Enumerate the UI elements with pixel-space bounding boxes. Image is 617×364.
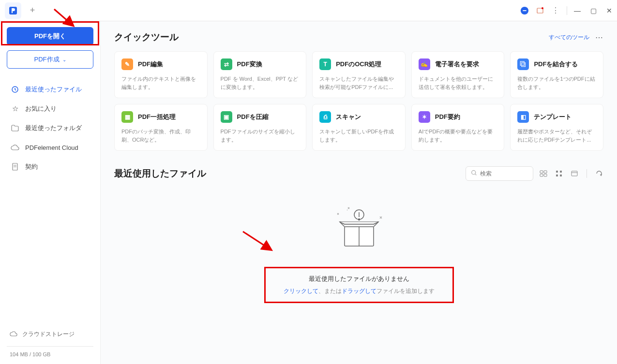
all-tools-link[interactable]: すべてのツール [549, 33, 589, 42]
maximize-button[interactable]: ▢ [590, 7, 597, 15]
notification-icon[interactable] [536, 6, 544, 15]
tool-card[interactable]: ⿻ PDFを結合する 複数のファイルを1つのPDFに結合します。 [510, 51, 603, 98]
tab-new[interactable]: + [24, 2, 41, 19]
tool-title: PDF変換 [237, 60, 262, 69]
tool-card[interactable]: ⇄ PDF変換 PDF を Word、Excel、PPT などに変換します。 [213, 51, 307, 98]
app-logo-icon [8, 6, 18, 15]
svg-rect-19 [560, 175, 562, 176]
sidebar-item-favorites[interactable]: ☆ お気に入り [7, 100, 93, 118]
svg-rect-12 [540, 171, 543, 173]
minimize-button[interactable]: — [574, 7, 581, 15]
tool-title: PDF要約 [435, 113, 460, 121]
tool-card[interactable]: ◧ テンプレート 履歴書やポスターなど、それぞれに応じたPDFテンプレート... [510, 104, 603, 151]
tool-title: スキャン [336, 113, 361, 121]
annotation-highlight-empty-text [264, 267, 454, 303]
tool-title: PDFを結合する [534, 60, 578, 69]
svg-rect-18 [556, 175, 558, 176]
empty-state: 最近使用したファイルがありません クリックして、またはドラッグしてファイルを追加… [114, 195, 603, 303]
star-icon: ☆ [11, 104, 19, 113]
sidebar: PDFを開く PDF作成 ⌄ 最近使ったファイル ☆ お気に入り 最近使ったフォ… [0, 21, 101, 364]
tools-grid: ✎ PDF編集 ファイル内のテキストと画像を編集します。 ⇄ PDF変換 PDF… [114, 51, 603, 151]
create-pdf-label: PDF作成 [34, 55, 60, 64]
sidebar-item-recent-folders[interactable]: 最近使ったフォルダ [7, 119, 93, 137]
svg-rect-14 [540, 174, 543, 176]
tool-card[interactable]: ⎙ スキャン スキャンして新しいPDFを作成します。 [312, 104, 406, 151]
menu-icon[interactable]: ⋮ [551, 6, 560, 15]
tool-desc: AIでPDFの概要や要点などを要約します。 [419, 128, 497, 144]
tool-title: テンプレート [534, 113, 572, 121]
tool-title: PDFを圧縮 [237, 113, 269, 121]
account-icon[interactable] [520, 6, 529, 15]
open-pdf-button[interactable]: PDFを開く [7, 27, 93, 45]
tool-desc: PDFファイルのサイズを縮小します。 [221, 128, 300, 144]
cloud-storage-label: クラウドストレージ [22, 330, 75, 338]
sidebar-item-recent-files[interactable]: 最近使ったファイル [7, 80, 93, 99]
cloud-storage-icon [10, 331, 17, 338]
cloud-storage-row[interactable]: クラウドストレージ [7, 326, 93, 342]
tool-card[interactable]: ✶ PDF要約 AIでPDFの概要や要点などを要約します。 [411, 104, 505, 151]
tool-icon: ⇄ [221, 58, 232, 70]
tool-desc: ファイル内のテキストと画像を編集します。 [121, 75, 200, 91]
tool-card[interactable]: ▣ PDFを圧縮 PDFファイルのサイズを縮小します。 [213, 104, 307, 151]
view-window-icon[interactable] [570, 169, 579, 178]
search-box[interactable] [466, 166, 533, 181]
tool-icon: T [319, 58, 331, 70]
tool-card[interactable]: ✎ PDF編集 ファイル内のテキストと画像を編集します。 [114, 51, 208, 98]
close-button[interactable]: ✕ [606, 7, 612, 15]
tool-title: PDFのOCR処理 [336, 60, 381, 69]
svg-rect-20 [572, 171, 577, 176]
tool-title: PDF一括処理 [138, 113, 176, 121]
svg-point-5 [542, 7, 543, 9]
tool-desc: PDFのバッチ変換、作成、印刷、OCRなど。 [121, 128, 200, 144]
recent-files-title: 最近使用したファイル [114, 167, 206, 180]
tool-desc: スキャンしたファイルを編集や検索が可能なPDFファイルに... [319, 75, 398, 91]
svg-line-28 [243, 232, 271, 249]
refresh-icon[interactable] [595, 169, 603, 178]
tool-card[interactable]: ▦ PDF一括処理 PDFのバッチ変換、作成、印刷、OCRなど。 [114, 104, 208, 151]
tool-icon: ◧ [517, 111, 529, 123]
tool-desc: スキャンして新しいPDFを作成します。 [319, 128, 398, 144]
tool-desc: 複数のファイルを1つのPDFに結合します。 [517, 75, 596, 91]
sidebar-item-cloud[interactable]: PDFelement Cloud [7, 138, 93, 157]
tool-icon: ✶ [419, 111, 430, 123]
sidebar-item-label: 契約 [25, 162, 38, 171]
tool-icon: ▣ [221, 111, 232, 123]
create-pdf-button[interactable]: PDF作成 ⌄ [7, 50, 93, 69]
tool-card[interactable]: ✍ 電子署名を要求 ドキュメントを他のユーザーに送信して署名を依頼します。 [411, 51, 505, 98]
empty-title: 最近使用したファイルがありません [284, 275, 435, 283]
tool-icon: ⿻ [517, 58, 529, 70]
document-icon [11, 162, 19, 171]
plus-icon: + [30, 5, 35, 15]
tool-icon: ✎ [121, 58, 133, 70]
tool-icon: ▦ [121, 111, 133, 123]
tool-card[interactable]: T PDFのOCR処理 スキャンしたファイルを編集や検索が可能なPDFファイルに… [312, 51, 406, 98]
cloud-icon [11, 143, 19, 152]
annotation-arrow-2 [241, 229, 277, 256]
svg-line-11 [475, 174, 476, 175]
more-icon[interactable]: ⋯ [595, 33, 603, 42]
search-icon [471, 169, 477, 178]
content-area: クイックツール すべてのツール ⋯ ✎ PDF編集 ファイル内のテキストと画像を… [101, 21, 617, 364]
chevron-down-icon: ⌄ [62, 57, 66, 62]
tool-title: 電子署名を要求 [435, 60, 479, 69]
tool-desc: PDF を Word、Excel、PPT などに変換します。 [221, 75, 300, 91]
tab-home[interactable] [5, 2, 21, 19]
sidebar-item-label: 最近使ったファイル [25, 85, 82, 94]
drag-link[interactable]: ドラッグして [342, 288, 376, 294]
svg-rect-17 [560, 171, 562, 173]
svg-rect-16 [556, 171, 558, 173]
sidebar-item-label: 最近使ったフォルダ [25, 124, 82, 132]
folder-icon [11, 124, 19, 132]
open-pdf-label: PDFを開く [34, 32, 66, 41]
click-link[interactable]: クリックして [284, 288, 318, 294]
view-grid-icon[interactable] [555, 169, 563, 178]
quick-tools-title: クイックツール [114, 31, 179, 44]
search-input[interactable] [480, 170, 528, 177]
svg-rect-13 [544, 171, 547, 173]
storage-text: 104 MB / 100 GB [7, 351, 93, 357]
svg-rect-15 [544, 174, 547, 176]
sidebar-item-contract[interactable]: 契約 [7, 158, 93, 176]
view-list-icon[interactable] [539, 169, 548, 178]
titlebar: + ⋮ — ▢ ✕ [0, 0, 617, 21]
svg-point-10 [472, 171, 476, 175]
